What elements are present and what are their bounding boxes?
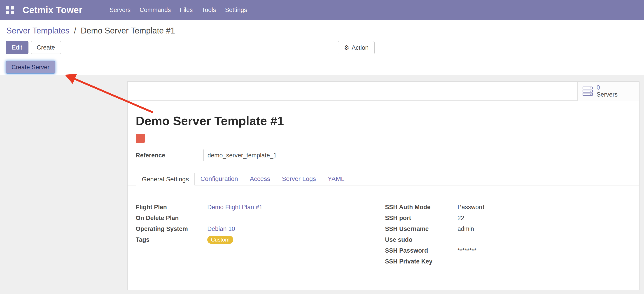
edit-button[interactable]: Edit (6, 41, 28, 54)
field-value-operating-system[interactable]: Debian 10 (207, 225, 235, 232)
field-value-ssh-username: admin (458, 223, 484, 234)
field-label-operating-system: Operating System (136, 223, 204, 234)
divider (0, 58, 644, 58)
field-label-ssh-password: SSH Password (385, 245, 453, 256)
field-label-use-sudo: Use sudo (385, 234, 453, 245)
tab-server-logs[interactable]: Server Logs (276, 173, 322, 185)
field-label-ssh-port: SSH port (385, 213, 453, 223)
field-value-use-sudo[interactable] (458, 234, 484, 245)
label-column: SSH Auth Mode SSH port SSH Username Use … (385, 202, 453, 267)
apps-grid-icon[interactable] (6, 6, 14, 14)
field-label-ssh-private-key: SSH Private Key (385, 256, 453, 267)
servers-stat-label: Servers (596, 91, 618, 98)
breadcrumb: Server Templates / Demo Server Template … (6, 26, 175, 36)
reference-field: Reference demo_server_template_1 (136, 150, 639, 161)
field-label-on-delete-plan: On Delete Plan (136, 213, 204, 223)
field-group-right: SSH Auth Mode SSH port SSH Username Use … (385, 202, 639, 267)
action-button-label: Action (352, 44, 368, 51)
menu-item-files[interactable]: Files (179, 5, 193, 15)
field-label-tags: Tags (136, 234, 204, 245)
tag-custom[interactable]: Custom (207, 236, 233, 244)
tab-general-settings[interactable]: General Settings (136, 173, 195, 186)
value-column: Demo Flight Plan #1 Debian 10 Custom (204, 202, 262, 267)
value-column: Password 22 admin ******** (453, 202, 484, 267)
notebook-tabs: General Settings Configuration Access Se… (128, 173, 639, 186)
apps-grid-square (6, 6, 9, 10)
breadcrumb-separator: / (74, 26, 76, 35)
main-menu: Servers Commands Files Tools Settings (109, 5, 248, 15)
form-sheet: 0 Servers Demo Server Template #1 Refere… (127, 81, 640, 290)
field-label-flight-plan: Flight Plan (136, 202, 204, 213)
field-label-ssh-username: SSH Username (385, 223, 453, 234)
color-swatch[interactable] (136, 134, 145, 143)
menu-item-settings[interactable]: Settings (224, 5, 248, 15)
gear-icon: ⚙ (344, 44, 349, 51)
apps-grid-square (6, 11, 9, 14)
field-value-ssh-port: 22 (458, 213, 484, 223)
servers-count: 0 (596, 84, 618, 91)
page: Cetmix Tower Servers Commands Files Tool… (0, 0, 644, 294)
label-column: Flight Plan On Delete Plan Operating Sys… (136, 202, 204, 267)
tab-access[interactable]: Access (244, 173, 276, 185)
menu-item-servers[interactable]: Servers (109, 5, 131, 15)
top-navbar: Cetmix Tower Servers Commands Files Tool… (0, 0, 644, 20)
apps-grid-square (10, 11, 14, 14)
app-brand[interactable]: Cetmix Tower (22, 5, 82, 15)
apps-grid-square (10, 6, 14, 10)
field-value-on-delete-plan (207, 213, 262, 223)
reference-label: Reference (136, 152, 204, 159)
field-value-ssh-private-key (458, 256, 484, 267)
tab-yaml[interactable]: YAML (322, 173, 350, 185)
record-title: Demo Server Template #1 (136, 114, 639, 127)
servers-stat-button[interactable]: 0 Servers (578, 82, 639, 101)
form-button-row: Edit Create (6, 41, 61, 54)
field-label-ssh-auth-mode: SSH Auth Mode (385, 202, 453, 213)
field-group-left: Flight Plan On Delete Plan Operating Sys… (136, 202, 385, 267)
tab-configuration[interactable]: Configuration (195, 173, 244, 185)
breadcrumb-current: Demo Server Template #1 (81, 26, 175, 35)
servers-stat-text: 0 Servers (596, 84, 618, 98)
reference-value: demo_server_template_1 (204, 150, 276, 161)
field-value-ssh-auth-mode: Password (458, 202, 484, 213)
button-box-strip: 0 Servers (128, 82, 639, 101)
menu-item-tools[interactable]: Tools (201, 5, 216, 15)
create-button[interactable]: Create (31, 41, 61, 54)
menu-item-commands[interactable]: Commands (139, 5, 171, 15)
field-value-flight-plan[interactable]: Demo Flight Plan #1 (207, 204, 262, 211)
content-area: 0 Servers Demo Server Template #1 Refere… (0, 75, 644, 294)
create-server-button[interactable]: Create Server (6, 61, 55, 74)
servers-icon (582, 86, 593, 96)
field-grid: Flight Plan On Delete Plan Operating Sys… (128, 186, 639, 267)
breadcrumb-parent[interactable]: Server Templates (6, 26, 69, 35)
field-value-ssh-password: ******** (458, 245, 484, 256)
action-button[interactable]: ⚙ Action (338, 41, 374, 54)
